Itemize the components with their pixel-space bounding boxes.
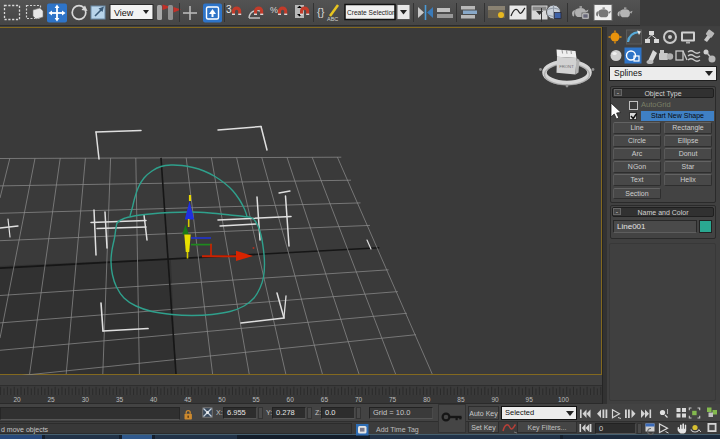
svg-text:45: 45 bbox=[184, 396, 192, 403]
svg-text:60: 60 bbox=[287, 396, 295, 403]
svg-text:50: 50 bbox=[218, 396, 226, 403]
svg-text:20: 20 bbox=[13, 396, 21, 403]
svg-text:75: 75 bbox=[389, 396, 397, 403]
svg-text:100: 100 bbox=[558, 396, 569, 403]
svg-text:55: 55 bbox=[252, 396, 260, 403]
svg-text:35: 35 bbox=[116, 396, 124, 403]
svg-text:70: 70 bbox=[355, 396, 363, 403]
svg-text:90: 90 bbox=[491, 396, 499, 403]
svg-text:85: 85 bbox=[457, 396, 465, 403]
svg-text:30: 30 bbox=[82, 396, 90, 403]
svg-text:65: 65 bbox=[321, 396, 329, 403]
svg-text:25: 25 bbox=[47, 396, 55, 403]
svg-text:80: 80 bbox=[423, 396, 431, 403]
svg-text:40: 40 bbox=[150, 396, 158, 403]
svg-text:95: 95 bbox=[526, 396, 534, 403]
